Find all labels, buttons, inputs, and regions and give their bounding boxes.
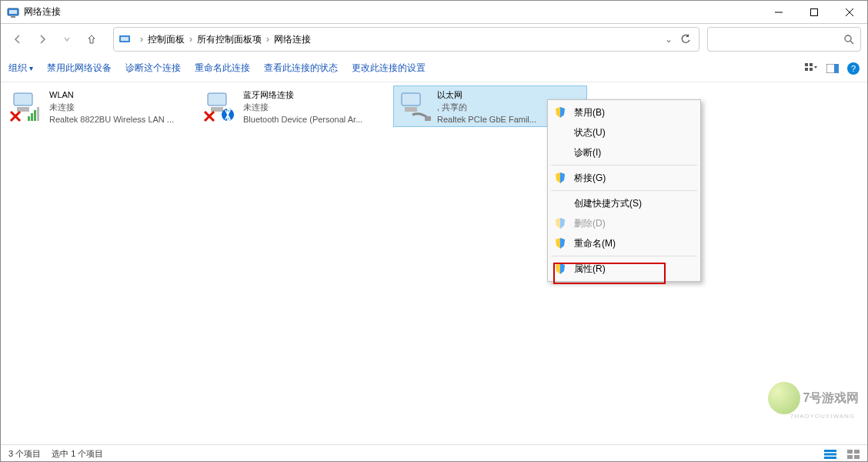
svg-rect-13 xyxy=(805,68,808,71)
maximize-button[interactable] xyxy=(796,1,832,24)
svg-rect-34 xyxy=(824,453,836,455)
adapter-name: 蓝牙网络连接 xyxy=(243,89,389,101)
window-controls xyxy=(761,1,867,24)
svg-rect-35 xyxy=(824,457,836,459)
adapter-device: Realtek 8822BU Wireless LAN ... xyxy=(49,113,195,124)
svg-rect-19 xyxy=(28,116,30,121)
svg-rect-17 xyxy=(14,93,32,105)
svg-rect-33 xyxy=(824,450,836,452)
ctx-bridge[interactable]: 桥接(G) xyxy=(548,168,700,188)
forward-button[interactable] xyxy=(32,28,53,50)
help-button[interactable]: ? xyxy=(847,62,860,75)
svg-rect-25 xyxy=(208,93,226,105)
adapter-device: Bluetooth Device (Personal Ar... xyxy=(243,113,389,124)
svg-rect-12 xyxy=(810,63,813,66)
control-panel-icon xyxy=(119,33,131,45)
ctx-label: 桥接(G) xyxy=(574,172,606,185)
window-title: 网络连接 xyxy=(24,5,761,18)
close-button[interactable] xyxy=(832,1,867,24)
watermark-text: 7号游戏网 xyxy=(803,390,860,407)
back-button[interactable] xyxy=(7,28,28,50)
ctx-rename[interactable]: 重命名(M) xyxy=(548,233,700,253)
ctx-status[interactable]: 状态(U) xyxy=(548,122,700,142)
details-view-button[interactable] xyxy=(824,450,836,459)
title-bar: 网络连接 xyxy=(1,1,867,24)
ethernet-icon xyxy=(397,89,434,126)
wlan-icon xyxy=(9,89,46,126)
svg-rect-18 xyxy=(17,107,29,112)
chevron-right-icon: › xyxy=(189,34,192,45)
breadcrumb-leaf[interactable]: 网络连接 xyxy=(274,33,311,46)
ctx-label: 删除(D) xyxy=(574,217,606,230)
change-settings-button[interactable]: 更改此连接的设置 xyxy=(352,62,426,75)
organize-menu[interactable]: 组织 xyxy=(8,62,33,75)
watermark-logo: 7号游戏网 7HAOYOUXIWANG xyxy=(767,375,860,421)
ctx-properties[interactable]: 属性(R) xyxy=(548,259,700,279)
item-count: 3 个项目 xyxy=(8,448,41,460)
ctx-label: 重命名(M) xyxy=(574,237,616,250)
svg-rect-26 xyxy=(211,107,223,112)
adapter-name: WLAN xyxy=(49,89,195,101)
watermark-subtext: 7HAOYOUXIWANG xyxy=(790,413,855,420)
command-bar: 组织 禁用此网络设备 诊断这个连接 重命名此连接 查看此连接的状态 更改此连接的… xyxy=(1,55,867,82)
separator xyxy=(551,165,697,166)
shield-icon xyxy=(554,107,566,118)
svg-rect-16 xyxy=(834,64,839,73)
diagnose-connection-button[interactable]: 诊断这个连接 xyxy=(125,62,181,75)
breadcrumb-root[interactable]: 控制面板 xyxy=(148,33,185,46)
svg-rect-20 xyxy=(31,113,33,121)
refresh-button[interactable] xyxy=(677,34,694,45)
svg-line-10 xyxy=(850,41,853,44)
ctx-diagnose[interactable]: 诊断(I) xyxy=(548,142,700,162)
separator xyxy=(551,256,697,256)
svg-rect-2 xyxy=(11,16,15,18)
minimize-button[interactable] xyxy=(761,1,796,24)
search-input[interactable] xyxy=(707,27,861,52)
chevron-right-icon: › xyxy=(140,34,143,45)
shield-icon xyxy=(554,238,566,249)
ctx-shortcut[interactable]: 创建快捷方式(S) xyxy=(548,193,700,213)
large-icons-view-button[interactable] xyxy=(847,450,860,459)
adapter-bluetooth[interactable]: 蓝牙网络连接 未连接 Bluetooth Device (Personal Ar… xyxy=(199,85,393,127)
ctx-disable[interactable]: 禁用(B) xyxy=(548,102,700,122)
view-options-button[interactable] xyxy=(804,62,818,75)
shield-icon xyxy=(554,218,566,229)
svg-rect-22 xyxy=(37,107,39,121)
ctx-label: 创建快捷方式(S) xyxy=(574,197,642,210)
svg-rect-8 xyxy=(121,37,129,41)
rename-connection-button[interactable]: 重命名此连接 xyxy=(195,62,250,75)
ctx-label: 属性(R) xyxy=(574,263,606,276)
svg-rect-4 xyxy=(811,8,818,15)
breadcrumb-mid[interactable]: 所有控制面板项 xyxy=(197,33,262,46)
context-menu: 禁用(B) 状态(U) 诊断(I) 桥接(G) 创建快捷方式(S) 删除(D) … xyxy=(547,99,701,282)
chevron-down-icon[interactable]: ⌄ xyxy=(660,34,677,45)
ctx-label: 诊断(I) xyxy=(574,146,601,159)
adapter-wlan[interactable]: WLAN 未连接 Realtek 8822BU Wireless LAN ... xyxy=(5,85,199,127)
app-icon xyxy=(7,6,19,18)
view-status-button[interactable]: 查看此连接的状态 xyxy=(264,62,338,75)
selected-count: 选中 1 个项目 xyxy=(52,448,103,460)
ctx-delete: 删除(D) xyxy=(548,213,700,233)
status-bar: 3 个项目 选中 1 个项目 xyxy=(1,444,867,462)
disable-device-button[interactable]: 禁用此网络设备 xyxy=(47,62,112,75)
svg-rect-11 xyxy=(805,63,808,66)
ctx-label: 禁用(B) xyxy=(574,106,605,119)
up-button[interactable] xyxy=(81,28,102,50)
address-bar[interactable]: › 控制面板 › 所有控制面板项 › 网络连接 ⌄ xyxy=(113,27,699,52)
shield-icon xyxy=(554,263,566,274)
svg-rect-30 xyxy=(402,93,420,105)
svg-rect-1 xyxy=(9,10,17,14)
svg-rect-21 xyxy=(34,110,36,121)
svg-rect-32 xyxy=(425,116,431,121)
preview-pane-button[interactable] xyxy=(826,62,840,75)
adapter-status: 未连接 xyxy=(243,101,389,113)
svg-rect-39 xyxy=(854,455,860,459)
bluetooth-icon xyxy=(203,89,240,126)
svg-rect-38 xyxy=(847,455,853,459)
svg-rect-36 xyxy=(847,450,853,454)
search-icon xyxy=(843,34,854,45)
chevron-right-icon: › xyxy=(266,34,269,45)
svg-rect-14 xyxy=(810,68,813,71)
svg-point-9 xyxy=(845,35,851,42)
recent-dropdown[interactable] xyxy=(56,28,78,50)
